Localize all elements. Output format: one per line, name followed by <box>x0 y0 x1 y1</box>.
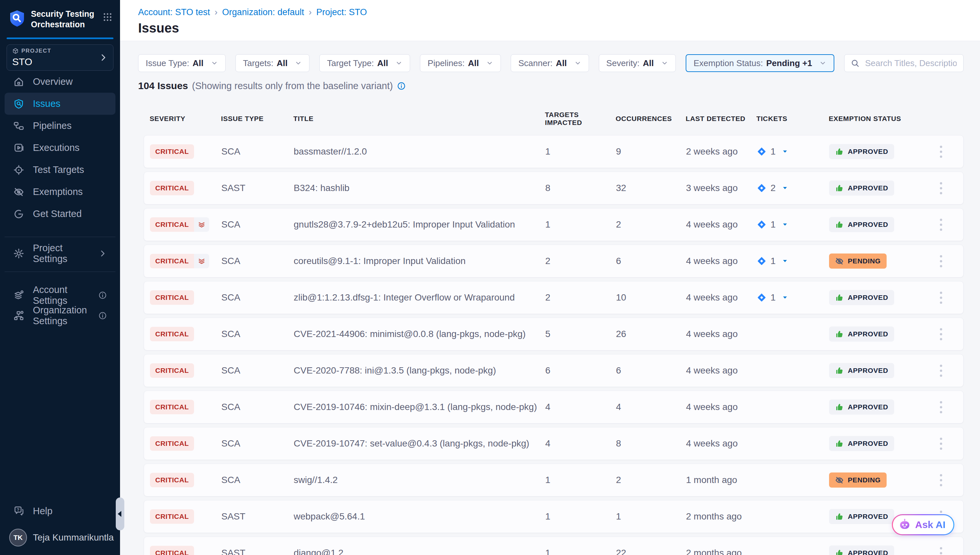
info-icon[interactable] <box>397 82 406 90</box>
issue-type: SCA <box>221 438 294 449</box>
row-menu-button[interactable] <box>937 398 945 416</box>
targets-impacted: 2 <box>545 292 616 303</box>
issue-title[interactable]: zlib@1:1.2.13.dfsg-1: Integer Overflow o… <box>294 292 545 303</box>
row-menu-button[interactable] <box>937 326 945 343</box>
table-row[interactable]: CRITICALSASTdjango@1.21222 months agoAPP… <box>144 537 964 555</box>
info-icon[interactable] <box>98 291 107 300</box>
search-input[interactable] <box>864 58 957 69</box>
severity-badge: CRITICAL <box>150 290 194 305</box>
filter-issue-type[interactable]: Issue Type:All <box>138 54 226 72</box>
chevron-down-icon <box>574 59 581 67</box>
sidebar-collapse-handle[interactable] <box>116 497 124 530</box>
sidebar-item-label: Overview <box>33 76 73 87</box>
column-header-title: TITLE <box>294 115 545 123</box>
target-icon <box>13 164 24 176</box>
breadcrumb-separator: › <box>215 7 218 18</box>
module-grid-icon[interactable] <box>102 12 113 22</box>
row-menu-button[interactable] <box>937 216 945 233</box>
table-row[interactable]: CRITICALSCAzlib@1:1.2.13.dfsg-1: Integer… <box>144 281 964 314</box>
sidebar-item-executions[interactable]: Executions <box>5 137 115 159</box>
issue-title[interactable]: coreutils@9.1-1: Improper Input Validati… <box>294 256 545 266</box>
table-row[interactable]: CRITICALSCACVE-2019-10747: set-value@0.4… <box>144 427 964 460</box>
exemption-stack-icon <box>194 217 209 232</box>
issue-title[interactable]: swig//1.4.2 <box>294 475 545 485</box>
issue-title[interactable]: CVE-2020-7788: ini@1.3.5 (lang-pkgs, nod… <box>294 365 545 376</box>
row-menu-button[interactable] <box>937 143 945 160</box>
user-menu[interactable]: TK Teja Kummarikuntla <box>0 529 120 555</box>
filter-pipelines[interactable]: Pipelines:All <box>420 54 501 72</box>
ticket-expand-caret-icon[interactable] <box>782 148 788 155</box>
status-badge-approved: APPROVED <box>829 363 894 378</box>
ask-ai-button[interactable]: Ask AI <box>892 514 954 535</box>
issue-title[interactable]: bassmaster//1.2.0 <box>294 146 545 157</box>
issue-title[interactable]: B324: hashlib <box>294 183 545 193</box>
info-icon[interactable] <box>98 311 107 320</box>
occurrences: 1 <box>616 511 686 522</box>
last-detected: 4 weeks ago <box>686 256 757 266</box>
sidebar-item-help[interactable]: ? Help <box>5 501 115 521</box>
table-row[interactable]: CRITICALSCAbassmaster//1.2.0192 weeks ag… <box>144 135 964 168</box>
ticket-expand-caret-icon[interactable] <box>782 258 788 264</box>
chevron-down-icon <box>395 59 403 67</box>
column-header-last-detected: LAST DETECTED <box>686 115 756 123</box>
status-badge-approved: APPROVED <box>829 144 894 159</box>
issue-type: SCA <box>221 402 294 412</box>
row-menu-button[interactable] <box>937 472 945 489</box>
ticket-expand-caret-icon[interactable] <box>782 185 788 191</box>
issues-count: 104 Issues <box>138 79 188 92</box>
ask-ai-label: Ask AI <box>915 519 945 530</box>
table-row[interactable]: CRITICALSCAgnutls28@3.7.9-2+deb12u5: Imp… <box>144 208 964 241</box>
issue-title[interactable]: CVE-2019-10747: set-value@0.4.3 (lang-pk… <box>294 438 545 449</box>
issue-title[interactable]: CVE-2021-44906: minimist@0.0.8 (lang-pkg… <box>294 329 545 339</box>
sidebar-item-issues[interactable]: Issues <box>5 93 115 115</box>
sidebar-item-get-started[interactable]: Get Started <box>5 203 115 225</box>
issue-title[interactable]: django@1.2 <box>294 548 545 555</box>
filter-exemption-status[interactable]: Exemption Status: Pending +1 <box>686 54 834 72</box>
sidebar-item-overview[interactable]: Overview <box>5 71 115 93</box>
table-row[interactable]: CRITICALSASTwebpack@5.64.1112 months ago… <box>144 500 964 533</box>
breadcrumb: Account: STO test › Organization: defaul… <box>138 7 980 18</box>
row-menu-button[interactable] <box>937 252 945 270</box>
sidebar-item-account-settings[interactable]: Account Settings <box>5 285 115 305</box>
table-row[interactable]: CRITICALSCAswig//1.4.2121 month agoPENDI… <box>144 464 964 496</box>
table-row[interactable]: CRITICALSCACVE-2020-7788: ini@1.3.5 (lan… <box>144 354 964 387</box>
table-row[interactable]: CRITICALSASTB324: hashlib8323 weeks ago2… <box>144 172 964 205</box>
row-menu-button[interactable] <box>937 544 945 555</box>
sidebar-item-pipelines[interactable]: Pipelines <box>5 115 115 137</box>
row-menu-button[interactable] <box>937 362 945 379</box>
ticket-expand-caret-icon[interactable] <box>782 294 788 301</box>
severity-badge: CRITICAL <box>150 509 194 524</box>
issue-title[interactable]: webpack@5.64.1 <box>294 511 545 522</box>
breadcrumb-project[interactable]: Project: STO <box>316 7 367 18</box>
table-row[interactable]: CRITICALSCACVE-2019-10746: mixin-deep@1.… <box>144 391 964 423</box>
ticket-count: 1 <box>770 146 776 157</box>
breadcrumb-account[interactable]: Account: STO test <box>138 7 210 18</box>
filter-targets[interactable]: Targets:All <box>236 54 310 72</box>
table-row[interactable]: CRITICALSCAcoreutils@9.1-1: Improper Inp… <box>144 245 964 278</box>
issue-title[interactable]: CVE-2019-10746: mixin-deep@1.3.1 (lang-p… <box>294 402 545 412</box>
occurrences: 4 <box>616 402 686 412</box>
filter-severity[interactable]: Severity:All <box>599 54 676 72</box>
filter-scanner[interactable]: Scanner:All <box>511 54 589 72</box>
sidebar-item-exemptions[interactable]: Exemptions <box>5 181 115 203</box>
filter-target-type[interactable]: Target Type:All <box>319 54 410 72</box>
sidebar-item-project-settings[interactable]: Project Settings <box>5 242 115 264</box>
status-badge-approved: APPROVED <box>829 290 894 305</box>
row-menu-button[interactable] <box>937 289 945 306</box>
row-menu-button[interactable] <box>937 180 945 197</box>
occurrences: 8 <box>616 438 686 449</box>
issues-summary: 104 Issues (Showing results only from th… <box>138 79 964 92</box>
ticket-expand-caret-icon[interactable] <box>782 221 788 228</box>
issue-title[interactable]: gnutls28@3.7.9-2+deb12u5: Improper Input… <box>294 219 545 230</box>
row-menu-button[interactable] <box>937 435 945 452</box>
sidebar-item-organization-settings[interactable]: Organization Settings <box>5 305 115 326</box>
table-row[interactable]: CRITICALSCACVE-2021-44906: minimist@0.0.… <box>144 318 964 350</box>
sidebar-item-label: Pipelines <box>33 120 72 131</box>
sidebar-item-label: Issues <box>33 98 61 109</box>
status-badge-approved: APPROVED <box>829 399 894 415</box>
project-selector[interactable]: PROJECT STO <box>6 44 114 71</box>
sidebar-item-test-targets[interactable]: Test Targets <box>5 159 115 181</box>
breadcrumb-organization[interactable]: Organization: default <box>222 7 304 18</box>
filter-label: Target Type: <box>327 58 374 68</box>
brand-title: Security Testing Orchestration <box>31 8 95 30</box>
